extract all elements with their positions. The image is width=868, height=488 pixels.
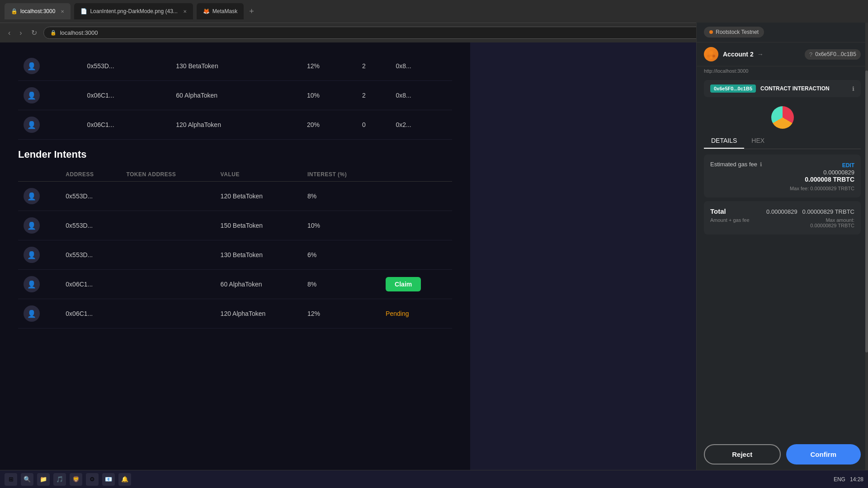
interest-cell: 8%: [302, 270, 380, 299]
table-row: 👤 0x553D... 150 BetaToken 10%: [18, 211, 452, 240]
avatar: 👤: [24, 188, 40, 204]
account-info: Account 2 →: [723, 51, 800, 58]
tab-localhost[interactable]: 🔒 localhost:3000 ✕: [5, 3, 71, 19]
avatar: 👤: [24, 87, 40, 103]
reload-btn[interactable]: ↻: [28, 27, 40, 39]
account-address: 0x6e5F0...0c1B5: [815, 51, 856, 57]
value-cell: 120 BetaToken: [215, 182, 302, 211]
table-row: 👤 0x06C1... 60 AlphaToken 8% Claim: [18, 270, 452, 299]
avatar: 👤: [24, 247, 40, 263]
taskbar-bell[interactable]: 🔔: [118, 473, 131, 486]
col-header-address: ADDRESS: [60, 168, 121, 182]
total-header: Total 0.00000829 0.00000829 TRBTC: [710, 207, 854, 216]
col5-cell: 0x8...: [390, 52, 452, 81]
contract-interaction-bar: 0x6e5F0...0c1B5 CONTRACT INTERACTION ℹ: [704, 80, 861, 97]
avatar: 👤: [24, 305, 40, 322]
reject-button[interactable]: Reject: [704, 444, 781, 465]
confirm-button[interactable]: Confirm: [786, 444, 861, 465]
taskbar-files[interactable]: 📁: [37, 473, 50, 486]
taskbar-settings[interactable]: ⚙: [86, 473, 99, 486]
back-btn[interactable]: ‹: [5, 27, 13, 39]
interest-cell: 12%: [302, 299, 380, 328]
svg-point-1: [707, 55, 710, 57]
lender-intents-table: ADDRESS TOKEN ADDRESS VALUE INTEREST (%)…: [18, 168, 452, 328]
token-address-cell: [121, 182, 215, 211]
tab-image-close[interactable]: ✕: [183, 9, 187, 14]
tab-hex[interactable]: HEX: [744, 133, 772, 149]
taskbar-mail[interactable]: 📧: [102, 473, 115, 486]
address-bar[interactable]: 🔒 localhost:3000: [43, 27, 807, 39]
col5-cell: 0x8...: [390, 81, 452, 110]
gas-edit-button[interactable]: EDIT: [842, 162, 854, 169]
tab-details[interactable]: DETAILS: [704, 133, 744, 149]
contract-info-icon[interactable]: ℹ: [852, 85, 854, 92]
metamask-account-bar: Account 2 → ? 0x6e5F0...0c1B5: [697, 42, 868, 66]
section-title: Lender Intents: [18, 149, 452, 160]
value-cell: 150 BetaToken: [215, 211, 302, 240]
scrollbar-thumb: [865, 70, 868, 352]
tab-close-btn[interactable]: ✕: [61, 9, 64, 14]
max-amount-label: Max amount:: [810, 217, 854, 223]
address-cell: 0x06C1...: [82, 110, 171, 140]
avatar: 👤: [24, 276, 40, 292]
taskbar-lang: ENG: [834, 476, 845, 483]
token-address-cell: [121, 299, 215, 328]
col-header-avatar: [18, 168, 60, 182]
tab-image[interactable]: 📄 LoanIntent.png-DarkMode.png (43... ✕: [74, 3, 193, 19]
tab-image-favicon: 📄: [80, 8, 87, 14]
gas-fee-label-text: Estimated gas fee: [710, 161, 757, 168]
metamask-network-bar: Rootstock Testnet: [697, 22, 868, 42]
gas-info-icon: ℹ: [760, 161, 762, 168]
tab-metamask-title: MetaMask: [212, 8, 237, 14]
gas-fee-header: Estimated gas fee ℹ EDIT 0.00000829 0.00…: [710, 161, 854, 183]
interest-cell: 20%: [302, 110, 357, 140]
table-row: 👤 0x553D... 130 BetaToken 12% 2 0x8...: [18, 52, 452, 81]
action-buttons: Reject Confirm: [697, 439, 868, 470]
avatar: 👤: [24, 117, 40, 133]
action-cell: [380, 240, 452, 270]
gas-max-fee: Max fee: 0.00000829 TRBTC: [710, 186, 854, 191]
token-cell: 130 BetaToken: [170, 52, 302, 81]
metamask-logo-area: [697, 102, 868, 133]
value-cell: 130 BetaToken: [215, 240, 302, 270]
network-selector[interactable]: Rootstock Testnet: [704, 27, 764, 38]
interest-cell: 10%: [302, 211, 380, 240]
tab-title: localhost:3000: [20, 8, 55, 14]
taskbar-music[interactable]: 🎵: [53, 473, 66, 486]
metamask-logo: [771, 106, 794, 129]
gas-secondary-value: 0.000008 TRBTC: [805, 176, 854, 183]
network-status-dot: [709, 30, 713, 34]
total-label: Total: [710, 207, 726, 215]
address-badge[interactable]: ? 0x6e5F0...0c1B5: [805, 49, 861, 60]
col-header-token-address: TOKEN ADDRESS: [121, 168, 215, 182]
forward-btn[interactable]: ›: [17, 27, 24, 39]
taskbar-start[interactable]: ⊞: [5, 473, 17, 486]
table-row: 👤 0x06C1... 60 AlphaToken 10% 2 0x8...: [18, 81, 452, 110]
svg-point-2: [712, 55, 715, 57]
table-header-row: ADDRESS TOKEN ADDRESS VALUE INTEREST (%): [18, 168, 452, 182]
contract-type-label: CONTRACT INTERACTION: [760, 85, 830, 92]
col4-cell: 2: [357, 52, 391, 81]
gas-primary-value: 0.00000829: [805, 169, 854, 176]
gas-fee-section: Estimated gas fee ℹ EDIT 0.00000829 0.00…: [704, 155, 861, 197]
new-tab-btn[interactable]: +: [249, 7, 254, 16]
svg-point-3: [710, 56, 712, 59]
action-cell[interactable]: Claim: [380, 270, 452, 299]
table-row: 👤 0x553D... 120 BetaToken 8%: [18, 182, 452, 211]
col-header-interest: INTEREST (%): [302, 168, 380, 182]
origin-url: http://localhost:3000: [697, 66, 868, 75]
claim-button[interactable]: Claim: [386, 277, 421, 291]
interest-cell: 12%: [302, 52, 357, 81]
tab-metamask[interactable]: 🦊 MetaMask: [197, 3, 244, 19]
taskbar-brave[interactable]: 🦁: [70, 473, 82, 486]
taskbar-search[interactable]: 🔍: [21, 473, 33, 486]
address-cell: 0x06C1...: [60, 270, 121, 299]
total-primary-value: 0.00000829 0.00000829 TRBTC: [766, 208, 854, 215]
token-cell: 120 AlphaToken: [170, 110, 302, 140]
tab-favicon: 🔒: [11, 8, 18, 14]
address-cell: 0x553D...: [60, 182, 121, 211]
amount-gas-label: Amount + gas fee: [710, 217, 750, 228]
max-amount-value: 0.00000829 TRBTC: [810, 223, 854, 228]
scrollbar[interactable]: [865, 0, 868, 470]
total-values: 0.00000829 0.00000829 TRBTC: [766, 207, 854, 216]
